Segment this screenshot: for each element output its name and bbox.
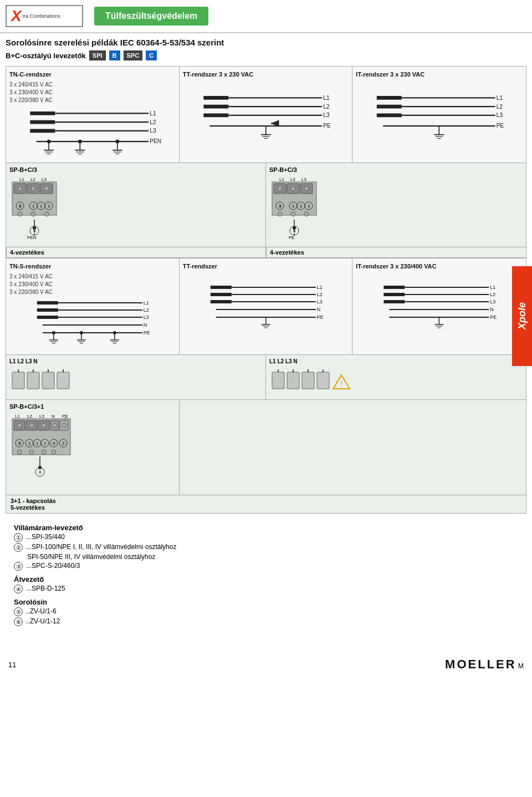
logo-text: tra Combinations: [23, 13, 60, 19]
atvezeto-text-1: ...SPB-D-125: [26, 585, 65, 592]
svg-rect-183: [272, 372, 284, 389]
svg-text:3: 3: [18, 441, 21, 446]
tt230-svg: L1 L2 L3 PE: [183, 91, 349, 141]
header: X tra Combinations Túlfeszültségvédelem: [0, 0, 532, 33]
bc-label-text: B+C-osztályú levezetők: [6, 52, 86, 60]
svg-point-139: [80, 331, 83, 334]
wiring-tt230: TT-rendszer 3 x 230 VAC placeholder L1 L…: [180, 67, 353, 163]
connector-left-svg: [9, 367, 87, 394]
badge-c: C: [146, 50, 157, 60]
svg-rect-144: [210, 293, 231, 296]
svg-point-94: [291, 186, 295, 191]
page-title-badge: Túlfeszültségvédelem: [94, 7, 208, 26]
connector-row: L1 L2 L3 N L1 L2 L3 N: [6, 355, 526, 400]
circle-4: ④: [14, 585, 23, 593]
svg-text:5: 5: [33, 229, 36, 233]
svg-text:1: 1: [308, 204, 310, 209]
svg-text:1: 1: [36, 441, 39, 446]
svg-point-225: [52, 450, 56, 454]
connector-right-label: L1 L2 L3 N: [269, 358, 523, 364]
svg-text:PE: PE: [497, 123, 504, 129]
svg-text:1: 1: [40, 204, 43, 209]
svg-text:N: N: [144, 322, 147, 328]
page-footer: 11 MOELLER M: [0, 657, 532, 672]
svg-text:PE: PE: [289, 235, 295, 240]
svg-text:1: 1: [300, 204, 303, 209]
svg-text:L3: L3: [42, 177, 47, 182]
circle-3: ③: [14, 562, 23, 571]
svg-text:6: 6: [39, 470, 42, 475]
svg-text:L2: L2: [290, 177, 295, 182]
svg-point-222: [17, 450, 22, 454]
svg-rect-3: [30, 120, 55, 124]
spbc3-right-svg: L1 L2 L3 3 1 1 1: [269, 175, 369, 242]
svg-text:L1: L1: [497, 95, 503, 101]
svg-text:L1: L1: [490, 285, 496, 290]
xpole-sidebar: Xpole: [512, 266, 532, 366]
svg-text:PE: PE: [316, 314, 323, 320]
circle-6: ⑥: [14, 617, 23, 626]
vezetekek-row: 4-vezetékes 4-vezetékes: [6, 247, 526, 258]
svg-rect-161: [384, 293, 405, 296]
svg-text:L1: L1: [323, 95, 330, 101]
kap-labels: 3+1 - kapcsolás 5-vezetékes: [6, 495, 526, 514]
svg-point-208: [53, 423, 57, 428]
svg-text:L2: L2: [490, 292, 496, 297]
wiring-tnc: TN-C-rendszer 3 x 240/415 V AC3 x 230/40…: [6, 67, 180, 163]
svg-text:1: 1: [48, 204, 50, 209]
svg-text:L3: L3: [490, 299, 496, 304]
villam-item-3: ③ ...SPC-S-20/460/3: [14, 562, 518, 571]
svg-text:L3: L3: [150, 128, 156, 134]
spbc3plus1-label: SP-B+C/3+1: [9, 403, 176, 410]
svg-point-77: [18, 212, 22, 216]
svg-text:L3: L3: [497, 112, 503, 118]
it230-svg: L1 L2 L3 PE: [356, 91, 523, 141]
svg-point-209: [62, 423, 66, 428]
svg-point-79: [44, 212, 49, 216]
svg-text:L3: L3: [144, 314, 149, 320]
svg-rect-32: [203, 114, 228, 118]
atvezeto-item-1: ④ ...SPB-D-125: [14, 585, 518, 593]
svg-text:PE: PE: [490, 314, 497, 320]
spbc3plus1-left: SP-B+C/3+1 L1 L2 L3 N PE: [6, 400, 180, 495]
svg-rect-178: [57, 372, 69, 389]
svg-point-207: [42, 423, 46, 428]
svg-text:L3: L3: [316, 299, 322, 304]
svg-rect-50: [377, 114, 402, 118]
tnc-svg: L1 L2 L3 PEN: [9, 106, 176, 156]
villam-item-2b: SPI-50/NPE III, IV villámvédelmi osztály…: [14, 553, 518, 561]
svg-rect-116: [37, 308, 58, 312]
logo-x-icon: X: [11, 8, 22, 24]
wiring-tt: TT-rendszer p L1 L2 L3 N PE: [180, 258, 353, 354]
circle-1: ①: [14, 533, 23, 542]
svg-text:N: N: [52, 414, 55, 419]
svg-text:L1: L1: [279, 177, 284, 182]
svg-text:3: 3: [19, 204, 22, 209]
svg-text:PE: PE: [323, 123, 331, 129]
svg-rect-164: [384, 300, 405, 303]
svg-text:L1: L1: [316, 285, 322, 290]
svg-rect-119: [37, 316, 58, 319]
villam-item-1: ① ...SPI-35/440: [14, 533, 518, 542]
moeller-logo: MOELLER M: [445, 657, 524, 672]
spbc3plus1-row: SP-B+C/3+1 L1 L2 L3 N PE: [6, 400, 526, 495]
svg-rect-184: [287, 372, 299, 389]
villam-title: Villámáram-levezető: [14, 524, 518, 532]
svg-text:2: 2: [62, 441, 65, 446]
spbc3plus1-right: [180, 400, 526, 495]
svg-point-224: [42, 450, 46, 454]
svg-rect-113: [37, 301, 58, 304]
connector-left: L1 L2 L3 N: [6, 355, 266, 399]
svg-rect-29: [203, 105, 228, 109]
logo: X tra Combinations: [6, 5, 83, 27]
sorolosin-text-2: ..ZV-U/1-12: [26, 617, 60, 625]
svg-point-67: [31, 186, 35, 191]
tt-title: TT-rendszer: [183, 263, 349, 270]
svg-text:L1: L1: [15, 414, 20, 419]
svg-text:L2: L2: [144, 307, 149, 313]
it400-svg: L1 L2 L3 N PE: [356, 283, 523, 333]
connector-right-svg: !: [269, 367, 358, 394]
villam-text-2: ...SPI-100/NPE I, II, III, IV villámvéde…: [26, 543, 176, 551]
svg-point-104: [278, 212, 282, 216]
svg-point-138: [52, 331, 55, 334]
